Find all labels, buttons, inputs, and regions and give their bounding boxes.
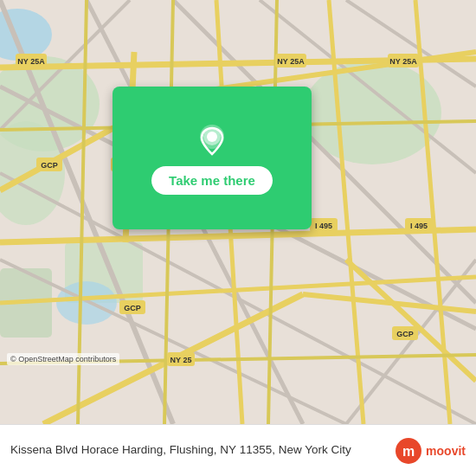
svg-point-57 <box>207 132 217 142</box>
svg-text:GCP: GCP <box>124 304 141 312</box>
svg-text:I 495: I 495 <box>315 222 332 230</box>
moovit-text: moovit <box>426 444 466 458</box>
svg-text:NY 25A: NY 25A <box>17 57 45 66</box>
moovit-icon: m <box>395 437 422 465</box>
location-card: Take me there <box>113 87 312 229</box>
svg-text:GCP: GCP <box>396 330 414 338</box>
svg-text:NY 25A: NY 25A <box>389 57 417 66</box>
svg-text:NY 25A: NY 25A <box>277 57 305 66</box>
svg-point-7 <box>56 281 117 325</box>
take-me-there-button[interactable]: Take me there <box>151 166 273 195</box>
pin-icon <box>193 121 231 159</box>
osm-attribution: © OpenStreetMap contributors <box>7 353 119 365</box>
bottom-bar: Kissena Blvd Horace Harding, Flushing, N… <box>0 424 476 476</box>
map-container: NY 25A NY 25A NY 25A GCP I 678 I 495 I 4… <box>0 0 476 424</box>
svg-text:GCP: GCP <box>41 161 58 170</box>
moovit-logo: m moovit <box>395 437 466 465</box>
svg-text:NY 25: NY 25 <box>170 356 192 364</box>
svg-text:I 495: I 495 <box>410 222 428 230</box>
svg-text:m: m <box>402 444 415 459</box>
address-text: Kissena Blvd Horace Harding, Flushing, N… <box>10 442 395 459</box>
